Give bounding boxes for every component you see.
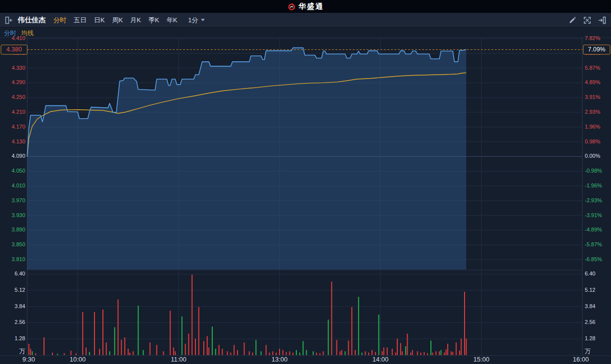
volume-bar [82, 312, 83, 355]
vol-tick: 5.12 [15, 287, 25, 293]
volume-bar [222, 349, 223, 355]
volume-bar [102, 310, 103, 355]
volume-bar [383, 348, 384, 355]
time-tick: 16:00 [573, 356, 589, 363]
chart-legend: 分时均线 [4, 29, 34, 38]
toolbar-right-icons [568, 16, 606, 24]
collapse-right-icon[interactable] [598, 16, 606, 24]
tab-五日[interactable]: 五日 [74, 16, 87, 25]
vol-tick: 6.40 [585, 271, 595, 276]
interval-dropdown[interactable]: 1分 [188, 16, 204, 25]
vol-tick: 2.56 [585, 319, 595, 325]
vol-tick: 3.84 [585, 303, 595, 309]
volume-bar [296, 350, 297, 355]
volume-bar [198, 307, 199, 355]
current-change-value: 7.09% [588, 46, 605, 53]
volume-bar [124, 337, 125, 355]
brand-logo-icon [287, 2, 296, 11]
volume-bar [99, 349, 100, 355]
time-tick: 10:00 [70, 356, 86, 363]
volume-bar [299, 353, 300, 355]
pct-tick: 5.87% [585, 65, 600, 71]
pct-tick: 1.96% [585, 124, 600, 130]
volume-bar [456, 342, 457, 355]
price-tick: 3.930 [11, 212, 25, 218]
volume-bar [215, 349, 216, 355]
pct-tick: -5.87% [585, 241, 602, 247]
tab-年K[interactable]: 年K [167, 16, 178, 25]
volume-bar [118, 299, 119, 355]
volume-bar [106, 342, 107, 355]
volume-bar [466, 339, 467, 355]
volume-bar [234, 345, 235, 356]
volume-bar [64, 353, 65, 355]
volume-bar [328, 319, 329, 355]
tab-分时[interactable]: 分时 [53, 16, 66, 25]
volume-bar [237, 350, 238, 355]
price-tick: 4.250 [11, 94, 25, 100]
volume-bar [143, 350, 144, 355]
volume-bar [182, 317, 183, 355]
volume-bar [203, 341, 204, 355]
volume-bar [86, 348, 87, 355]
chart-canvas[interactable]: 4.4104.3704.3304.2904.2504.2104.1704.130… [0, 0, 611, 364]
volume-bar [381, 351, 382, 355]
volume-bar [351, 307, 352, 355]
volume-bar [70, 351, 71, 355]
vol-tick: 3.84 [15, 303, 25, 309]
volume-bar [94, 312, 95, 355]
volume-bar [375, 352, 376, 355]
volume-bar [289, 351, 290, 355]
volume-bar [252, 353, 253, 355]
volume-bar [52, 353, 53, 355]
volume-bar [121, 340, 122, 355]
volume-bar [129, 353, 130, 355]
volume-bar [447, 344, 448, 355]
volume-bar [188, 334, 189, 356]
vol-unit: 万 [19, 348, 25, 355]
current-price-tag: 4.380 [1, 45, 27, 54]
tab-日K[interactable]: 日K [94, 16, 105, 25]
price-tick: 4.210 [11, 109, 25, 115]
volume-bar [316, 353, 317, 355]
volume-bar [392, 349, 393, 355]
time-tick: 14:00 [373, 356, 389, 363]
volume-bar [461, 339, 462, 355]
volume-bar [279, 349, 280, 355]
tab-周K[interactable]: 周K [112, 16, 123, 25]
volume-bar [57, 354, 58, 355]
chart-toolbar: 伟仕佳杰 分时五日日K周K月K季K年K 1分 [0, 13, 611, 28]
tab-月K[interactable]: 月K [130, 16, 141, 25]
percent-axis-labels: 7.82%6.85%5.87%4.89%3.91%2.93%1.96%0.98%… [585, 35, 602, 262]
time-tick: 15:00 [473, 356, 490, 363]
fullscreen-icon[interactable] [583, 16, 591, 24]
volume-bar [230, 353, 231, 355]
price-tick: 4.010 [11, 182, 25, 188]
volume-bar [109, 351, 110, 355]
pencil-icon[interactable] [568, 16, 576, 24]
tab-季K[interactable]: 季K [148, 16, 159, 25]
volume-bar [444, 353, 445, 355]
price-tick: 3.970 [11, 197, 25, 203]
pct-tick: -3.91% [585, 212, 602, 218]
volume-bar [185, 344, 186, 355]
panel-toggle-icon[interactable] [5, 16, 13, 24]
vol-tick: 2.56 [15, 319, 25, 325]
pct-tick: -4.89% [585, 227, 602, 232]
volume-bar [170, 311, 171, 355]
price-tick: 4.090 [11, 153, 25, 159]
volume-bar [320, 353, 321, 355]
price-tick: 4.290 [11, 79, 25, 85]
vol-tick: 1.28 [585, 335, 595, 341]
volume-bar [397, 339, 398, 355]
volume-bar [421, 353, 422, 355]
volume-bar [30, 349, 31, 355]
legend-item-均线[interactable]: 均线 [21, 29, 34, 38]
current-price-value: 4.380 [6, 46, 22, 53]
legend-item-分时[interactable]: 分时 [4, 29, 16, 38]
time-axis-labels: 9:3010:0011:0013:0014:0015:0016:00 [22, 356, 589, 363]
brand-title: 华盛通 [299, 2, 324, 11]
price-tick: 4.130 [11, 138, 25, 144]
volume-bar [128, 349, 129, 355]
volume-bar [227, 351, 228, 355]
